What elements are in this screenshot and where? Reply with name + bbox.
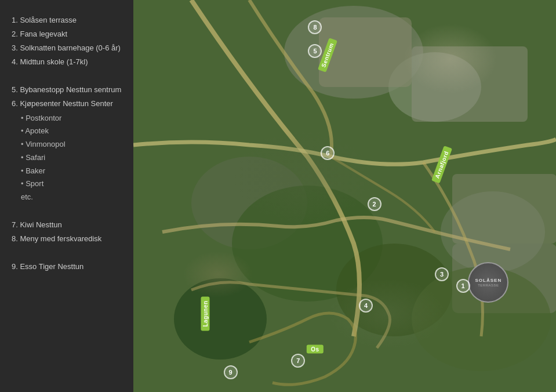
info-panel: 1. Solåsen terrasse 2. Fana legevakt 3. … xyxy=(0,0,133,392)
map-pin-7[interactable]: 7 xyxy=(291,354,305,368)
map-pin-5[interactable]: 5 xyxy=(308,44,322,58)
list-item-5: 5. Bybanestopp Nesttun sentrum xyxy=(12,84,122,96)
bullet-apotek: Apotek xyxy=(21,125,122,138)
map-pin-9[interactable]: 9 xyxy=(224,365,238,379)
map-pin-8[interactable]: 8 xyxy=(308,20,322,34)
list-item-6: 6. Kjøpesenter Nesttun Senter xyxy=(12,97,122,110)
location-list-section: 1. Solåsen terrasse 2. Fana legevakt 3. … xyxy=(12,14,122,68)
list-item-8: 8. Meny med ferskvaredisk xyxy=(12,233,122,245)
bybane-section: 5. Bybanestopp Nesttun sentrum 6. Kjøpes… xyxy=(12,84,122,204)
esso-section: 9. Esso Tiger Nesttun xyxy=(12,260,122,273)
etc-text: etc. xyxy=(12,191,122,204)
lagunen-label: Lagunen xyxy=(201,296,209,331)
list-item-4: 4. Midttun skole (1-7kl) xyxy=(12,56,122,68)
list-item-3: 3. Solknatten barnehage (0-6 år) xyxy=(12,42,122,55)
list-item-9: 9. Esso Tiger Nesttun xyxy=(12,260,122,273)
kjopesenter-bullets: Postkontor Apotek Vinmonopol Safari Bake… xyxy=(12,112,122,191)
map-pin-6[interactable]: 6 xyxy=(321,146,335,160)
os-label: Os xyxy=(307,344,323,353)
bullet-postkontor: Postkontor xyxy=(21,112,122,125)
solasen-name: SOLÅSEN xyxy=(475,278,502,284)
map-pin-2[interactable]: 2 xyxy=(368,197,381,211)
lower-items-section: 7. Kiwi Nesttun 8. Meny med ferskvaredis… xyxy=(12,219,122,245)
bullet-sport: Sport xyxy=(21,177,122,191)
list-item-7: 7. Kiwi Nesttun xyxy=(12,219,122,231)
list-item-2: 2. Fana legevakt xyxy=(12,28,122,41)
map-background xyxy=(133,0,556,392)
bullet-safari: Safari xyxy=(21,151,122,165)
map-pin-1[interactable]: 1 xyxy=(456,279,470,293)
solasen-logo[interactable]: SOLÅSEN TERRASSE xyxy=(468,262,508,303)
map-area: Sentrum Arnafjord Lagunen Os 8 5 6 2 4 3… xyxy=(133,0,556,392)
bullet-baker: Baker xyxy=(21,165,122,178)
list-item-1: 1. Solåsen terrasse xyxy=(12,14,122,27)
solasen-sub: TERRASSE xyxy=(478,284,499,287)
map-pin-4[interactable]: 4 xyxy=(359,299,373,313)
bullet-vinmonopol: Vinmonopol xyxy=(21,138,122,151)
map-pin-3[interactable]: 3 xyxy=(435,267,449,281)
